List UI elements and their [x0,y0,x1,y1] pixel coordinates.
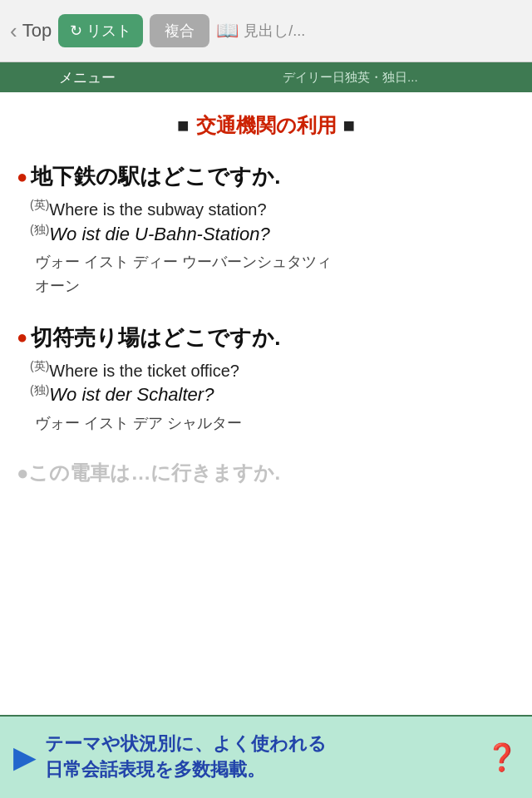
refresh-icon: ↻ [70,22,82,40]
sub-header-bar: メニュー デイリー日独英・独日... [0,62,532,92]
english-lang-label-2: (英) [30,359,49,372]
banner-arrow-icon: ▶ [13,740,37,775]
phrase-2-german: (独)Wo ist der Schalter? [30,383,515,406]
book-icon: 📖 [216,20,239,42]
bottom-banner: ▶ テーマや状況別に、よく使われる 日常会話表現を多数掲載。 ❓ [0,715,532,798]
heading-button[interactable]: 📖 見出し/... [216,20,305,42]
chevron-left-icon: ‹ [10,18,17,44]
phrase-1-german: (独)Wo ist die U-Bahn-Station? [30,223,515,245]
navigation-bar: ‹ Top ↻ リスト 複合 📖 見出し/... [0,0,532,62]
list-button[interactable]: ↻ リスト [58,14,143,47]
german-lang-label-1: (独) [30,223,49,236]
banner-text-line1: テーマや状況別に、よく使われる [45,732,477,757]
back-label: Top [22,20,52,42]
phrase-2-phonetic: ヴォー イスト デア シャルター [35,411,515,436]
phrase-block-2: ● 切符売り場はどこですか. (英)Where is the ticket of… [17,323,515,436]
title-suffix: ■ [343,114,356,137]
complex-button-label: 複合 [165,22,195,39]
section-title: ■ 交通機関の利用 ■ [17,112,515,139]
bullet-icon-2: ● [17,327,27,348]
menu-label: メニュー [0,68,175,87]
main-content: ■ 交通機関の利用 ■ ● 地下鉄の駅はどこですか. (英)Where is t… [0,92,532,715]
back-button[interactable]: ‹ Top [10,18,52,44]
phrase-block-1: ● 地下鉄の駅はどこですか. (英)Where is the subway st… [17,162,515,298]
bullet-icon-1: ● [17,166,27,188]
phrase-2-japanese: ● 切符売り場はどこですか. [17,323,515,352]
phrase-1-phonetic: ヴォー イスト ディー ウーバーンシュタツィオーン [35,250,515,298]
banner-text-line2: 日常会話表現を多数掲載。 [45,757,477,783]
dictionary-title: デイリー日独英・独日... [175,70,532,86]
partial-phrase: ●この電車は…に行きますか. [17,460,515,486]
phrase-1-japanese: ● 地下鉄の駅はどこですか. [17,162,515,191]
title-main: 交通機関の利用 [196,112,337,139]
german-lang-label-2: (独) [30,383,49,397]
list-button-label: リスト [86,21,131,41]
phrase-1-english: (英)Where is the subway station? [30,198,515,219]
complex-button[interactable]: 複合 [150,14,209,47]
phrase-2-english: (英)Where is the ticket office? [30,359,515,381]
help-icon[interactable]: ❓ [485,741,519,773]
english-lang-label-1: (英) [30,198,49,211]
title-prefix: ■ [177,114,190,137]
heading-button-label: 見出し/... [244,21,305,41]
banner-text-block: テーマや状況別に、よく使われる 日常会話表現を多数掲載。 [45,732,477,783]
